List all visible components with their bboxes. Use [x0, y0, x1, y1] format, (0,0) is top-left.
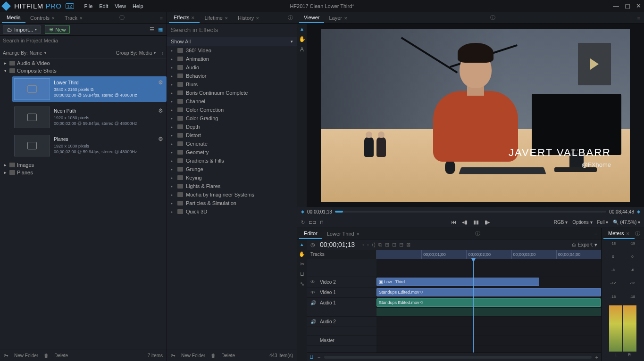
snap-tool-icon[interactable]: ⊔	[300, 271, 304, 277]
panel-menu-icon[interactable]: ≡	[594, 231, 597, 237]
effects-category[interactable]: ▸Lights & Flares	[167, 182, 297, 190]
tab-media[interactable]: Media	[2, 13, 25, 23]
inout-icon[interactable]: ⊏⊐	[309, 220, 316, 225]
close-icon[interactable]: ✕	[79, 16, 83, 21]
grid-view-icon[interactable]: ▦	[157, 26, 164, 33]
effects-category[interactable]: ▸Color Grading	[167, 114, 297, 123]
tab-controls[interactable]: Controls✕	[25, 13, 60, 23]
new-folder-button[interactable]: New Folder	[14, 353, 38, 358]
edit-icon[interactable]: ⊟	[399, 242, 403, 248]
effects-category[interactable]: ▸Mocha by Imagineer Systems	[167, 190, 297, 199]
panel-help-icon[interactable]: ⓘ	[475, 230, 480, 237]
hand-tool-icon[interactable]: ✋	[299, 36, 306, 42]
export-button[interactable]: ⎙Export ▾	[572, 242, 597, 248]
panel-help-icon[interactable]: ⓘ	[635, 230, 640, 237]
zoom-in-icon[interactable]: +	[595, 354, 598, 360]
tab-history[interactable]: History✕	[233, 13, 264, 23]
next-frame-icon[interactable]: ▮▸	[485, 219, 490, 225]
effects-search-input[interactable]	[171, 26, 293, 33]
tab-lifetime[interactable]: Lifetime✕	[200, 13, 233, 23]
speaker-icon[interactable]: 🔊	[310, 319, 316, 324]
effects-category[interactable]: ▸Blurs	[167, 80, 297, 89]
arrange-by-value[interactable]: Name	[30, 50, 42, 56]
effects-category[interactable]: ▸Generate	[167, 139, 297, 148]
media-search-input[interactable]	[3, 38, 164, 43]
menu-help[interactable]: Help	[133, 3, 143, 9]
effects-category[interactable]: ▸Color Correction	[167, 106, 297, 114]
effects-category[interactable]: ▸Particles & Simulation	[167, 199, 297, 207]
tab-viewer[interactable]: Viewer	[299, 13, 324, 23]
track-audio-1[interactable]: 🔊Audio 1	[307, 298, 376, 308]
effects-category[interactable]: ▸Gradients & Fills	[167, 156, 297, 165]
snap-icon[interactable]: ⊓	[320, 220, 324, 225]
goto-start-icon[interactable]: ⏮	[451, 219, 456, 225]
list-view-icon[interactable]: ☰	[149, 26, 155, 33]
edit-icon[interactable]: ⧉	[378, 242, 382, 248]
import-button[interactable]: 🗁Import...▾	[3, 25, 41, 34]
effects-category[interactable]: ▸Geometry	[167, 148, 297, 156]
editor-timecode[interactable]: 00;00;01;13	[320, 241, 355, 248]
effects-category[interactable]: ▸Audio	[167, 63, 297, 72]
panel-help-icon[interactable]: ≡	[160, 15, 163, 21]
hand-tool-icon[interactable]: ✋	[299, 251, 305, 257]
clip-lower-third[interactable]: ▣Low...Third	[376, 278, 539, 286]
timeline-scrollbar[interactable]	[324, 356, 591, 359]
tab-effects[interactable]: Effects✕	[169, 13, 200, 23]
clip-standups-video[interactable]: Standups Edited.mov ⟲	[376, 288, 601, 296]
clip-standups-audio[interactable]: Standups Edited.mov ⟲	[376, 298, 601, 307]
show-all-dropdown[interactable]: Show All▾	[167, 37, 297, 46]
panel-menu-icon[interactable]: ≡	[637, 15, 640, 21]
sort-icon[interactable]: ↕	[161, 50, 164, 56]
close-icon[interactable]: ✕	[225, 16, 228, 21]
gear-icon[interactable]: ⚙	[158, 136, 164, 141]
folder-audio-video[interactable]: ▸Audio & Video	[0, 59, 167, 67]
playhead[interactable]	[473, 259, 474, 353]
close-icon[interactable]: ✕	[356, 232, 360, 237]
close-icon[interactable]: ✕	[626, 231, 630, 236]
tab-layer[interactable]: Layer✕	[324, 13, 352, 23]
viewer-timecode[interactable]: 00;00;01;13	[307, 209, 332, 214]
close-icon[interactable]: ✕	[344, 16, 348, 21]
edit-icon[interactable]: ◦	[362, 242, 364, 248]
folder-composite-shots[interactable]: ▾Composite Shots	[0, 67, 167, 74]
quality-dropdown[interactable]: Full ▾	[597, 220, 609, 225]
loop-icon[interactable]: ↻	[301, 220, 305, 225]
options-dropdown[interactable]: Options ▾	[572, 220, 592, 225]
comp-lower-third[interactable]: Lower Third3840 x 2160 pixels ⧉00;00;02;…	[12, 76, 167, 102]
timeline-content[interactable]: ▣Low...Third Standups Edited.mov ⟲ Stand…	[376, 259, 601, 353]
effects-category[interactable]: ▸Depth	[167, 123, 297, 131]
folder-images[interactable]: ▸Images	[0, 161, 167, 169]
speaker-icon[interactable]: 🔊	[310, 300, 316, 305]
menu-edit[interactable]: Edit	[99, 3, 108, 9]
effects-category[interactable]: ▸Grunge	[167, 165, 297, 173]
effects-category[interactable]: ▸Keying	[167, 173, 297, 182]
delete-button[interactable]: Delete	[221, 353, 235, 358]
timeline-ruler[interactable]: 00;00;01;00 00;00;02;00 00;00;03;00 00;0…	[376, 250, 601, 259]
delete-button[interactable]: Delete	[54, 353, 68, 358]
panel-help-icon[interactable]: ⓘ	[288, 14, 293, 21]
rate-tool-icon[interactable]: ⤡	[300, 281, 304, 287]
eye-icon[interactable]: 👁	[310, 279, 316, 285]
comp-neon-path[interactable]: Neon Path1920 x 1080 pixels00;00;02;00 @…	[12, 105, 167, 130]
channel-select[interactable]: RGB ▾	[554, 220, 568, 225]
edit-icon[interactable]: ◦	[367, 242, 369, 248]
maximize-icon[interactable]: ▢	[625, 2, 630, 9]
folder-planes[interactable]: ▸Planes	[0, 169, 167, 176]
zoom-level[interactable]: 🔍 (47.5%) ▾	[613, 220, 640, 225]
gear-icon[interactable]: ⚙	[158, 107, 164, 113]
comp-planes[interactable]: Planes1920 x 1080 pixels00;00;02;00 @ 59…	[12, 133, 167, 158]
new-button[interactable]: ⊕New	[45, 25, 70, 34]
marker-out-icon[interactable]: ◆	[637, 209, 640, 214]
viewer-viewport[interactable]: JAVERT VALBARR @FXhome	[307, 24, 644, 207]
panel-help-icon[interactable]: ⓘ	[490, 14, 495, 21]
slice-tool-icon[interactable]: ✂	[300, 261, 304, 267]
menu-file[interactable]: File	[84, 3, 93, 9]
text-tool-icon[interactable]: A	[300, 46, 304, 53]
edit-icon[interactable]: ⊠	[406, 242, 410, 248]
prev-frame-icon[interactable]: ◂▮	[462, 219, 468, 225]
track-video-2[interactable]: 👁Video 2	[307, 277, 376, 287]
menu-view[interactable]: View	[115, 3, 126, 9]
edit-icon[interactable]: ⊞	[385, 242, 389, 248]
track-video-1[interactable]: 👁Video 1	[307, 287, 376, 298]
tab-meters[interactable]: Meters✕	[603, 229, 635, 239]
